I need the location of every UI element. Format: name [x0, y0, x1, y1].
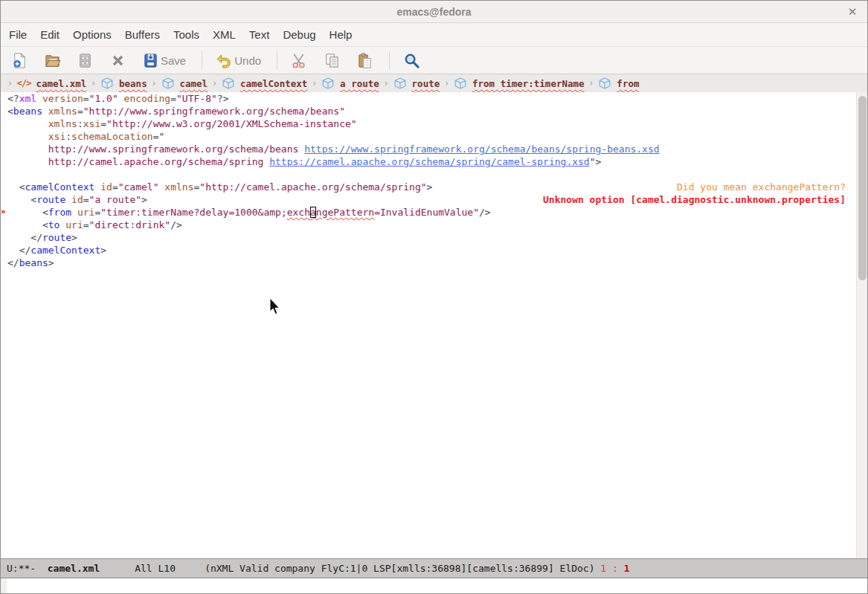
left-fringe [1, 105, 7, 117]
left-fringe [1, 168, 7, 181]
modeline-segment: camel.xml [48, 563, 100, 574]
dired-button[interactable] [77, 52, 94, 69]
code-line-8: <camelContext id="camel" xmlns="http://c… [1, 181, 858, 193]
close-icon[interactable]: ✕ [845, 4, 860, 19]
code-line-6: http://camel.apache.org/schema/spring ht… [1, 155, 858, 168]
code-text: http://camel.apache.org/schema/spring ht… [7, 155, 601, 168]
copy-icon [324, 52, 341, 69]
toolbar-separator [277, 51, 277, 69]
code-line-10: » <from uri="timer:timerName?delay=1000&… [1, 206, 858, 219]
left-fringe [1, 92, 7, 105]
breadcrumb-item-from-timer-timername[interactable]: from timer:timerName [454, 77, 585, 90]
modeline-segment: U:**- [7, 563, 48, 574]
code-text: </route> [7, 231, 77, 244]
cube-icon [161, 77, 175, 90]
code-line-2: <beans xmlns="http://www.springframework… [1, 105, 858, 117]
code-text: <camelContext id="camel" xmlns="http://c… [7, 181, 432, 193]
modeline-segment: 1 [600, 563, 606, 574]
save-button[interactable]: Save [142, 52, 186, 69]
code-text: xsi:schemaLocation=" [7, 130, 164, 143]
breadcrumb-label: route [412, 78, 440, 89]
kill-buffer-button[interactable] [109, 52, 126, 69]
error-fringe-arrow-icon: » [1, 206, 7, 219]
lsp-error-annotation: Unknown option [camel.diagnostic.unknown… [543, 193, 858, 206]
undo-button-label: Undo [234, 54, 261, 67]
left-fringe [1, 130, 7, 143]
left-fringe [1, 256, 7, 269]
breadcrumb: ›</>camel.xml›beans›camel›camelContext›a… [1, 74, 867, 92]
code-line-4: xsi:schemaLocation=" [1, 130, 858, 143]
title-bar: emacs@fedora ✕ [1, 1, 867, 23]
cut-button[interactable] [291, 52, 308, 69]
cube-icon [454, 77, 467, 90]
menu-item-xml[interactable]: XML [206, 23, 242, 47]
menu-item-options[interactable]: Options [66, 23, 118, 47]
modeline-segment: 1 [624, 563, 630, 574]
copy-button[interactable] [324, 52, 341, 69]
code-line-5: http://www.springframework.org/schema/be… [1, 143, 858, 155]
code-line-1: <?xml version="1.0" encoding="UTF-8"?> [1, 92, 858, 105]
text-cursor: a [310, 207, 316, 218]
undo-icon [216, 52, 233, 69]
modeline-segment: All L10 (nXML Valid company FlyC:1|0 LSP… [100, 563, 600, 574]
left-fringe [1, 143, 7, 155]
breadcrumb-separator: › [213, 78, 216, 88]
schema-url-link[interactable]: https://camel.apache.org/schema/spring/c… [269, 156, 589, 167]
breadcrumb-item-a-route[interactable]: a route [321, 77, 379, 90]
mouse-cursor [269, 298, 280, 316]
toolbar-separator [389, 51, 390, 69]
left-fringe [1, 181, 7, 193]
breadcrumb-label: from timer:timerName [472, 78, 585, 89]
code-line-12: </route> [1, 231, 858, 244]
breadcrumb-item-from[interactable]: from [598, 77, 639, 90]
breadcrumb-item-camelcontext[interactable]: camelContext [222, 77, 307, 90]
left-fringe [1, 117, 7, 130]
window-title: emacs@fedora [396, 6, 471, 18]
cube-icon [393, 77, 407, 90]
scrollbar-thumb[interactable] [858, 96, 867, 280]
editor-buffer[interactable]: <?xml version="1.0" encoding="UTF-8"?><b… [1, 92, 858, 558]
breadcrumb-item-route[interactable]: route [393, 77, 440, 90]
breadcrumb-label: camel.xml [36, 78, 87, 89]
code-line-9: <route id="a route">Unknown option [came… [1, 193, 858, 206]
paste-icon [356, 52, 373, 69]
open-file-button[interactable] [44, 52, 61, 69]
save-button-label: Save [161, 54, 186, 67]
code-line-11: <to uri="direct:drink"/> [1, 219, 858, 231]
new-file-button[interactable] [11, 52, 28, 69]
scrollbar-track[interactable] [856, 92, 867, 558]
paste-button[interactable] [356, 52, 373, 69]
code-text: </beans> [7, 256, 54, 269]
code-text: <route id="a route"> [7, 193, 147, 206]
breadcrumb-label: a route [340, 78, 379, 89]
tool-bar: SaveUndo [1, 47, 867, 74]
breadcrumb-item-beans[interactable]: beans [100, 77, 147, 90]
emacs-window: emacs@fedora ✕ FileEditOptionsBuffersToo… [0, 0, 868, 594]
breadcrumb-label: camel [180, 78, 208, 89]
lsp-warning-annotation: Did you mean exchangePattern? [677, 181, 858, 193]
breadcrumb-item-camel-xml[interactable]: </>camel.xml [17, 78, 86, 89]
open-folder-icon [44, 52, 61, 69]
menu-item-text[interactable]: Text [242, 23, 277, 47]
new-file-icon [11, 52, 28, 69]
menu-item-buffers[interactable]: Buffers [118, 23, 167, 47]
search-button[interactable] [403, 52, 420, 69]
menu-item-edit[interactable]: Edit [33, 23, 66, 47]
menu-item-help[interactable]: Help [323, 23, 359, 47]
code-text: <to uri="direct:drink"/> [7, 219, 182, 231]
breadcrumb-separator: › [152, 78, 156, 88]
echo-area[interactable] [1, 578, 867, 594]
menu-item-debug[interactable]: Debug [276, 23, 322, 47]
cut-icon [291, 52, 308, 69]
save-icon [142, 52, 159, 69]
menu-bar: FileEditOptionsBuffersToolsXMLTextDebugH… [1, 23, 867, 47]
code-file-icon: </> [17, 78, 31, 88]
undo-button[interactable]: Undo [216, 52, 261, 69]
schema-url-link[interactable]: https://www.springframework.org/schema/b… [304, 143, 659, 155]
breadcrumb-label: from [617, 78, 639, 89]
breadcrumb-item-camel[interactable]: camel [161, 77, 208, 90]
menu-item-tools[interactable]: Tools [167, 23, 206, 47]
breadcrumb-separator: › [8, 78, 12, 88]
cube-icon [598, 77, 611, 90]
menu-item-file[interactable]: File [2, 23, 33, 47]
